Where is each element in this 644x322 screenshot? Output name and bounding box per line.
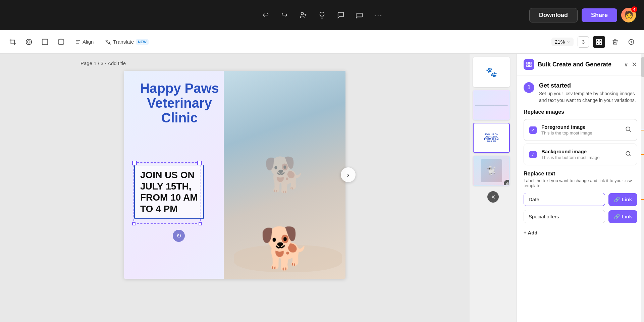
thumbnail-2[interactable] [473,90,510,120]
svg-rect-21 [530,65,531,67]
thumbnail-delete-icon[interactable]: ⊗ [504,180,510,186]
add-user-icon[interactable] [297,8,310,22]
label-a-container: A [641,127,644,133]
label-a-line [641,130,644,130]
avatar[interactable]: 🧑 [621,8,636,22]
panel-chevron[interactable]: ∨ [624,61,628,68]
link-button-date[interactable]: 🔗 Link [608,193,637,206]
svg-point-5 [28,41,30,43]
main-content: Page 1 / 3 - Add title 🐕 [0,54,644,322]
label-c-container: C [641,197,644,203]
new-badge: NEW [136,39,149,45]
share-button[interactable]: Share [582,8,617,22]
step-header: 1 Get started Set up your .csv template … [524,82,637,104]
background-image-text: Background image This is the bottom most… [541,149,625,160]
close-thumbnail-area: ✕ [473,191,513,203]
label-c-line [641,199,644,200]
close-thumbnail-button[interactable]: ✕ [487,191,499,203]
foreground-image-text: Foreground image This is the top most im… [541,124,625,136]
add-text-button[interactable]: + Add [524,227,538,238]
replace-text-desc: Label the text you want to change and li… [524,178,637,188]
toolbar-right: 21% 3 [551,36,637,48]
thumbnail-1[interactable]: 🐾 [473,57,510,87]
date-input[interactable] [524,193,605,206]
svg-line-23 [630,130,631,132]
link-button-special-offers[interactable]: 🔗 Link [608,210,637,223]
replace-text-label: Replace text [524,171,637,177]
background-image-desc: This is the bottom most image [541,155,599,160]
vet-dog-photo: 🐕 [224,71,345,279]
svg-point-4 [26,39,32,45]
special-offers-input[interactable] [524,210,605,223]
label-b-line [641,154,644,155]
panel-close-button[interactable]: ✕ [632,60,637,68]
align-button[interactable]: Align [71,37,98,47]
foreground-image-desc: This is the top most image [541,130,592,136]
redo-button[interactable]: ↪ [278,8,291,22]
svg-rect-19 [530,62,531,64]
foreground-checkbox[interactable]: ✓ [529,126,537,134]
add-tool[interactable] [625,36,637,48]
thumbnail-panel: 🐾 JOIN US ONJULY 15TH,FROM 10 AMTO 4 PM … [470,54,517,322]
vet-design: 🐕 Happy Paws Veterinary Clinic [124,71,345,279]
step-description: Set up your .csv template by choosing im… [539,91,637,104]
background-checkbox[interactable]: ✓ [529,151,537,158]
page-indicator[interactable]: 3 [578,36,589,48]
foreground-search-icon[interactable] [625,126,632,134]
canvas-wrapper: 🐕 Happy Paws Veterinary Clinic [124,71,345,279]
rounded-rect-tool[interactable] [55,36,67,48]
svg-rect-14 [600,42,602,44]
panel-title: Bulk Create and Generate [538,61,621,68]
step-info: Get started Set up your .csv template by… [539,82,637,104]
canvas-card: 🐕 Happy Paws Veterinary Clinic [124,71,345,279]
crop-tool[interactable] [7,36,19,48]
right-panel: Bulk Create and Generate ∨ ✕ 1 Get start… [517,54,644,322]
background-image-option: ✓ Background image This is the bottom mo… [524,144,637,165]
svg-rect-18 [527,62,528,64]
undo-button[interactable]: ↩ [259,8,272,22]
svg-point-0 [301,12,304,15]
replace-images-label: Replace images [524,109,637,115]
panel-body: 1 Get started Set up your .csv template … [517,75,644,322]
thumbnail-3[interactable]: JOIN US ONJULY 15TH,FROM 10 AMTO 4 PM [473,123,510,153]
svg-rect-6 [42,39,48,45]
top-bar: ↩ ↪ ··· Download Share 🧑 [0,0,644,30]
zoom-control[interactable]: 21% [551,38,574,46]
chat-icon[interactable] [353,8,366,22]
toolbar-left: Align Translate NEW [7,36,546,48]
svg-rect-12 [600,39,602,41]
toolbar: Align Translate NEW 21% 3 [0,30,644,54]
top-bar-actions: Download Share 🧑 [529,8,636,22]
lightbulb-icon[interactable] [315,8,329,22]
grid-tool[interactable] [593,36,605,48]
rect-tool[interactable] [39,36,51,48]
vet-date-box: JOIN US ON JULY 15TH, FROM 10 AM TO 4 PM [134,165,204,219]
download-button[interactable]: Download [529,8,578,22]
panel-scrollbar-thumb [641,57,644,77]
step-title: Get started [539,82,637,89]
next-page-arrow[interactable]: › [341,167,356,182]
rotate-button[interactable]: ↻ [173,230,185,242]
background-search-icon[interactable] [625,150,632,159]
step-number: 1 [524,82,534,93]
svg-rect-7 [58,39,64,45]
comment-icon[interactable] [334,8,347,22]
panel-icon [524,59,534,70]
foreground-image-option: ✓ Foreground image This is the top most … [524,119,637,141]
svg-rect-11 [597,39,599,41]
vet-date-text: JOIN US ON JULY 15TH, FROM 10 AM TO 4 PM [140,169,198,214]
label-b-container: B [641,152,644,158]
background-image-title: Background image [541,149,625,154]
thumbnail-4[interactable]: 🐩 ⊗ [473,156,510,186]
panel-header: Bulk Create and Generate ∨ ✕ [517,54,644,75]
svg-rect-13 [597,42,599,44]
top-bar-center: ↩ ↪ ··· [259,8,385,22]
panel-scrollbar[interactable] [641,54,644,322]
text-row-date: 🔗 Link C [524,193,637,206]
delete-tool[interactable] [609,36,621,48]
svg-line-25 [630,155,631,156]
page-label: Page 1 / 3 - Add title [80,60,126,66]
effects-tool[interactable] [23,36,35,48]
translate-button[interactable]: Translate NEW [102,37,152,47]
more-button[interactable]: ··· [372,8,385,22]
